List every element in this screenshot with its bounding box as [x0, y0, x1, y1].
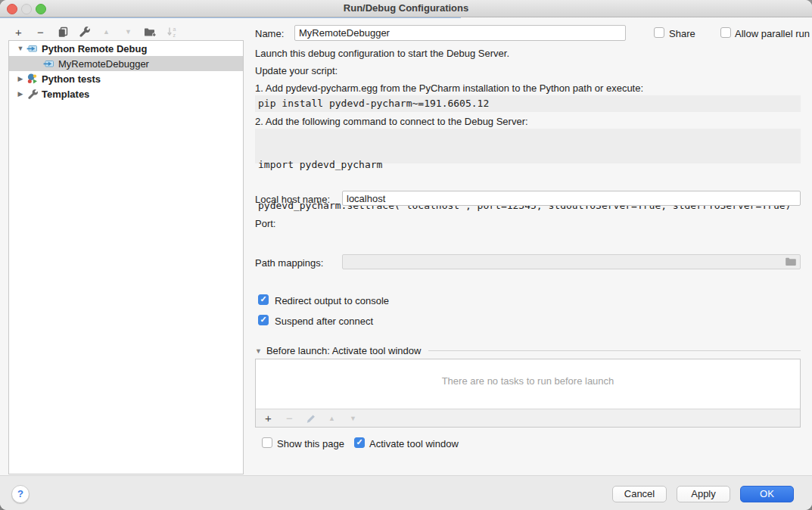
tree-item-myremotedebugger[interactable]: MyRemoteDebugger	[9, 56, 243, 71]
collapse-triangle-icon[interactable]: ▼	[255, 347, 262, 355]
browse-path-mappings-button[interactable]	[785, 257, 797, 267]
suspend-after-connect-label: Suspend after connect	[275, 316, 373, 327]
redirect-output-label: Redirect output to console	[275, 295, 389, 306]
redirect-output-checkbox[interactable]	[258, 294, 269, 305]
chevron-down-icon[interactable]: ▼	[15, 45, 26, 52]
dialog-footer: ? Cancel Apply OK	[0, 475, 812, 510]
move-task-down-button[interactable]: ▼	[347, 412, 359, 424]
help-button[interactable]: ?	[11, 485, 30, 503]
cancel-button[interactable]: Cancel	[612, 486, 667, 502]
remote-debug-config-icon	[43, 58, 55, 70]
sort-configurations-button[interactable]: az	[166, 26, 179, 39]
code-snippet-pip-install: pip install pydevd-pycharm~=191.6605.12	[255, 95, 801, 112]
chevron-right-icon[interactable]: ▶	[15, 90, 26, 98]
move-up-icon: ▲	[103, 28, 110, 36]
remote-debug-config-icon	[26, 42, 39, 54]
folder-icon	[785, 257, 797, 267]
share-checkbox[interactable]	[654, 27, 664, 38]
apply-button[interactable]: Apply	[677, 486, 730, 502]
copy-configuration-button[interactable]	[56, 26, 69, 39]
move-down-button[interactable]: ▼	[122, 26, 135, 39]
svg-text:z: z	[173, 33, 176, 38]
ok-button[interactable]: OK	[740, 486, 794, 502]
activate-tool-window-label: Activate tool window	[369, 438, 459, 449]
tree-item-python-remote-debug[interactable]: ▼ Python Remote Debug	[9, 41, 243, 56]
edit-task-button[interactable]	[305, 412, 316, 424]
port-label: Port:	[255, 218, 275, 229]
move-down-icon: ▼	[350, 415, 356, 422]
tree-item-templates[interactable]: ▶ Templates	[9, 86, 243, 101]
configurations-tree: ▼ Python Remote Debug MyRemoteDebugger ▶…	[8, 40, 244, 474]
add-icon: +	[15, 26, 22, 38]
instruction-line-1: Launch this debug configuration to start…	[255, 48, 509, 59]
tree-item-python-tests[interactable]: ▶ Python tests	[9, 71, 243, 86]
chevron-right-icon[interactable]: ▶	[15, 75, 26, 82]
new-folder-button[interactable]	[144, 26, 157, 39]
suspend-after-connect-checkbox[interactable]	[258, 315, 269, 325]
code-snippet-settrace: import pydevd_pycharm pydevd_pycharm.set…	[255, 129, 801, 163]
edit-templates-button[interactable]	[78, 26, 91, 39]
allow-parallel-run-label: Allow parallel run	[735, 28, 810, 39]
local-host-name-input[interactable]	[342, 191, 801, 206]
sort-alphabetically-icon: az	[166, 26, 179, 38]
copy-icon	[57, 26, 69, 38]
show-this-page-checkbox[interactable]	[262, 437, 272, 448]
python-tests-icon	[26, 73, 39, 85]
edit-pencil-icon	[306, 413, 316, 424]
remove-configuration-button[interactable]: −	[34, 26, 47, 39]
activate-tool-window-checkbox[interactable]	[354, 437, 365, 448]
path-mappings-label: Path mappings:	[255, 257, 323, 269]
edit-defaults-wrench-icon	[79, 26, 91, 38]
section-divider	[428, 350, 801, 351]
task-list-toolbar: + − ▲ ▼	[256, 409, 800, 427]
question-mark-icon: ?	[17, 488, 23, 499]
tree-item-label: Templates	[39, 89, 89, 100]
move-task-up-button[interactable]: ▲	[326, 412, 338, 424]
add-task-button[interactable]: +	[263, 412, 274, 424]
title-bar: Run/Debug Configurations	[0, 0, 812, 17]
move-up-icon: ▲	[328, 415, 335, 422]
run-debug-configurations-dialog: Run/Debug Configurations + − ▲ ▼ az ▼ Py…	[0, 0, 812, 510]
share-label: Share	[669, 28, 695, 39]
remove-icon: −	[37, 26, 44, 38]
code-line-import: import pydevd_pycharm	[258, 158, 801, 172]
add-icon: +	[265, 412, 272, 424]
before-launch-task-list[interactable]: There are no tasks to run before launch …	[255, 359, 801, 428]
tree-item-label: Python tests	[39, 73, 101, 85]
wrench-icon	[27, 89, 39, 100]
allow-parallel-run-checkbox[interactable]	[720, 27, 731, 38]
svg-text:a: a	[173, 26, 176, 32]
tree-item-label: MyRemoteDebugger	[56, 58, 149, 70]
window-title: Run/Debug Configurations	[0, 2, 812, 14]
local-host-name-label: Local host name:	[255, 194, 330, 205]
remove-task-button[interactable]: −	[284, 412, 295, 424]
tree-item-label: Python Remote Debug	[39, 43, 147, 54]
new-folder-icon	[144, 26, 157, 38]
name-label: Name:	[255, 28, 284, 39]
move-down-icon: ▼	[125, 28, 132, 36]
before-launch-section-header[interactable]: ▼ Before launch: Activate tool window	[255, 345, 801, 356]
path-mappings-field[interactable]	[342, 254, 801, 269]
name-input[interactable]	[294, 25, 626, 41]
move-up-button[interactable]: ▲	[100, 26, 113, 39]
add-configuration-button[interactable]: +	[12, 26, 25, 39]
instruction-line-2: Update your script:	[255, 65, 338, 76]
before-launch-label: Before launch: Activate tool window	[266, 345, 422, 356]
instruction-step-1: 1. Add pydevd-pycharm.egg from the PyCha…	[255, 82, 643, 94]
configurations-toolbar: + − ▲ ▼ az	[12, 23, 179, 40]
instruction-step-2: 2. Add the following command to connect …	[255, 116, 528, 127]
empty-task-list-text: There are no tasks to run before launch	[256, 359, 800, 387]
remove-icon: −	[286, 412, 293, 424]
show-this-page-label: Show this page	[277, 438, 344, 449]
